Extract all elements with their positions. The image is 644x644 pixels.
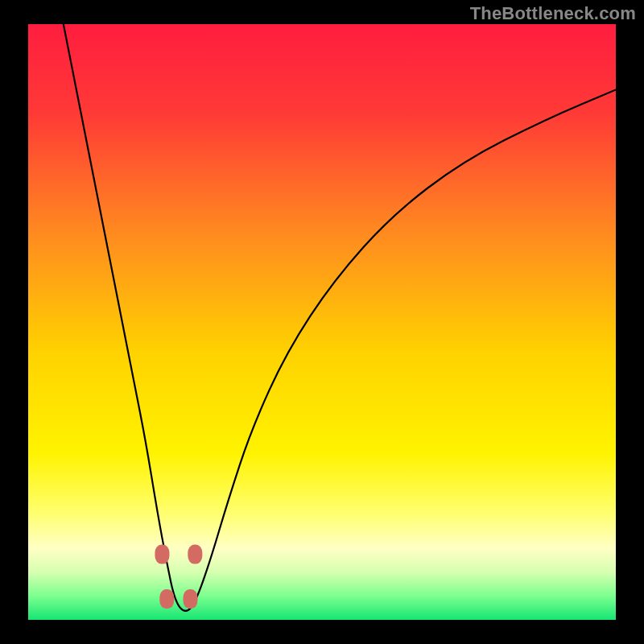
curve-marker <box>183 589 197 609</box>
curve-marker <box>188 545 202 564</box>
bottleneck-chart <box>0 0 644 644</box>
watermark-text: TheBottleneck.com <box>470 3 636 24</box>
plot-background <box>28 24 616 620</box>
chart-frame: TheBottleneck.com <box>0 0 644 644</box>
curve-marker <box>155 545 169 564</box>
curve-marker <box>159 589 174 609</box>
